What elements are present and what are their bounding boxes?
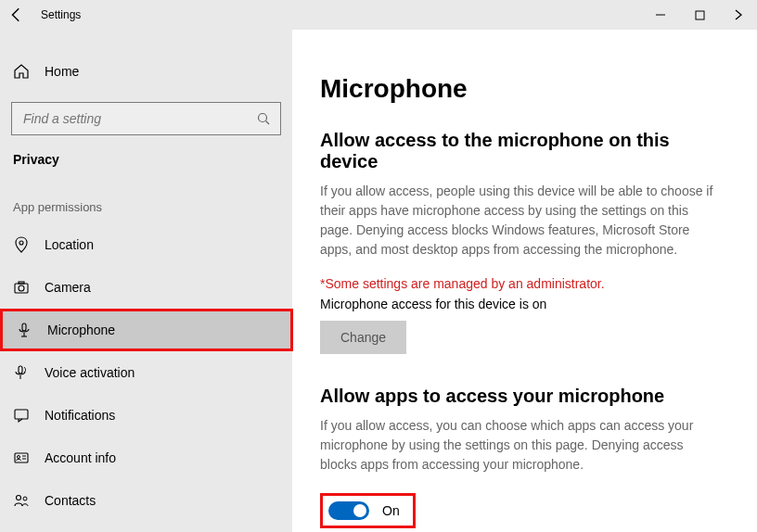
svg-point-19 [23, 497, 27, 500]
close-button[interactable] [727, 4, 750, 26]
sidebar: Home Privacy App permissions Location Ca… [0, 30, 292, 532]
sidebar-item-notifications[interactable]: Notifications [0, 394, 292, 437]
camera-icon [13, 279, 30, 296]
svg-point-2 [259, 114, 267, 122]
sidebar-section: Privacy [0, 152, 292, 182]
sidebar-home[interactable]: Home [0, 56, 292, 87]
sidebar-item-camera[interactable]: Camera [0, 266, 292, 309]
home-icon [13, 63, 30, 80]
sidebar-item-contacts[interactable]: Contacts [0, 479, 292, 522]
svg-rect-13 [15, 410, 28, 419]
sidebar-item-label: Camera [45, 280, 91, 295]
allow-apps-toggle-group: On [320, 493, 416, 528]
svg-point-6 [19, 285, 24, 291]
sidebar-item-voice-activation[interactable]: Voice activation [0, 351, 292, 394]
toggle-label: On [382, 503, 400, 518]
svg-rect-1 [696, 11, 704, 19]
sidebar-item-label: Microphone [47, 323, 115, 337]
sidebar-subhead: App permissions [0, 182, 292, 223]
sidebar-item-label: Account info [45, 450, 116, 465]
svg-rect-14 [15, 453, 28, 462]
svg-point-18 [17, 496, 21, 500]
svg-rect-8 [22, 323, 26, 331]
minimize-icon [655, 9, 666, 20]
back-button[interactable] [7, 6, 26, 24]
sidebar-item-location[interactable]: Location [0, 223, 292, 266]
search-icon [256, 111, 271, 126]
microphone-icon [16, 322, 32, 338]
home-label: Home [45, 64, 79, 79]
chevron-right-icon [732, 8, 745, 21]
sidebar-item-label: Voice activation [45, 365, 135, 380]
sidebar-item-microphone[interactable]: Microphone [0, 309, 293, 351]
change-button[interactable]: Change [320, 321, 406, 354]
location-icon [13, 236, 30, 253]
section1-heading: Allow access to the microphone on this d… [320, 130, 720, 172]
svg-point-15 [18, 456, 20, 459]
maximize-icon [695, 10, 705, 20]
section2-heading: Allow apps to access your microphone [320, 386, 720, 407]
sidebar-item-label: Location [45, 237, 94, 252]
device-access-status: Microphone access for this device is on [320, 297, 720, 311]
arrow-left-icon [8, 6, 25, 23]
sidebar-item-label: Contacts [45, 493, 96, 508]
svg-line-3 [266, 121, 270, 125]
admin-note: *Some settings are managed by an adminis… [320, 276, 720, 291]
account-icon [13, 450, 30, 466]
allow-apps-toggle[interactable] [328, 501, 369, 520]
content-pane: Microphone Allow access to the microphon… [292, 30, 757, 532]
minimize-button[interactable] [649, 4, 672, 26]
maximize-button[interactable] [688, 4, 711, 26]
sidebar-item-account-info[interactable]: Account info [0, 437, 292, 479]
notifications-icon [13, 407, 30, 424]
sidebar-item-label: Notifications [45, 408, 115, 423]
window-title: Settings [41, 8, 81, 21]
search-field[interactable] [21, 110, 256, 127]
section1-desc: If you allow access, people using this d… [320, 182, 719, 260]
svg-rect-11 [19, 366, 22, 374]
svg-rect-7 [19, 282, 24, 284]
toggle-knob-icon [353, 504, 366, 517]
svg-point-4 [19, 241, 23, 245]
titlebar: Settings [0, 0, 757, 30]
section2-desc: If you allow access, you can choose whic… [320, 416, 719, 475]
contacts-icon [13, 492, 30, 509]
search-input[interactable] [11, 102, 281, 135]
page-heading: Microphone [320, 74, 720, 104]
voice-icon [13, 364, 30, 381]
